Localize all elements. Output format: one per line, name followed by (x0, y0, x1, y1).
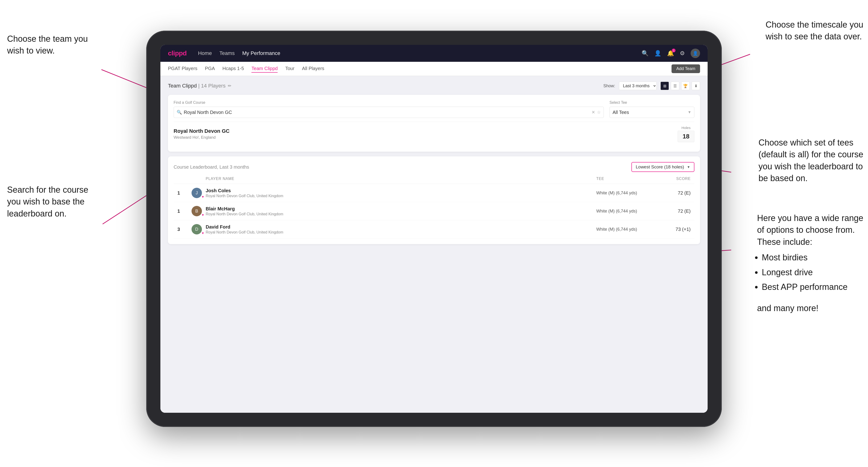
player-club: Royal North Devon Golf Club, United King… (206, 230, 596, 235)
sub-nav-tour[interactable]: Tour (285, 65, 294, 73)
player-name-col: Josh Coles Royal North Devon Golf Club, … (206, 188, 596, 198)
nav-home[interactable]: Home (198, 50, 212, 56)
player-rank: 1 (177, 209, 191, 214)
clear-search-icon[interactable]: ✕ (592, 110, 595, 115)
player-rank: 3 (177, 227, 191, 232)
show-label: Show: (603, 84, 615, 88)
heart-icon: ♥ (202, 213, 204, 217)
bell-icon[interactable]: 🔔1 (667, 50, 674, 57)
leaderboard-panel: Course Leaderboard, Last 3 months Lowest… (168, 156, 700, 244)
find-label: Find a Golf Course (174, 100, 604, 105)
trophy-icon[interactable]: 🏆 (681, 82, 690, 90)
table-row: 1 J ♥ Josh Coles Royal North Devon Golf … (174, 184, 694, 202)
score-type-select[interactable]: Lowest Score (18 holes) ▼ (631, 162, 694, 172)
star-icon[interactable]: ☆ (597, 110, 601, 115)
search-panel: Find a Golf Course 🔍 Royal North Devon G… (168, 95, 700, 152)
player-club: Royal North Devon Golf Club, United King… (206, 212, 596, 216)
course-holes: Holes 18 (678, 126, 694, 142)
player-rank: 1 (177, 190, 191, 196)
avatar-wrap: J ♥ (191, 188, 206, 198)
team-header-right: Show: Last monthLast 3 monthsLast 6 mont… (603, 82, 700, 90)
annotation-top-left: Choose the team you wish to view. (7, 33, 88, 57)
player-tee: White (M) (6,744 yds) (596, 191, 662, 195)
player-tee: White (M) (6,744 yds) (596, 209, 662, 214)
show-select[interactable]: Last monthLast 3 monthsLast 6 monthsLast… (619, 82, 657, 90)
player-name-col: David Ford Royal North Devon Golf Club, … (206, 224, 596, 235)
tee-select[interactable]: All Tees ▼ (610, 106, 694, 118)
nav-links: Home Teams My Performance (198, 50, 642, 56)
course-search-value: Royal North Devon GC (184, 110, 592, 115)
player-name: Blair McHarg (206, 206, 596, 212)
tee-select-arrow-icon: ▼ (687, 110, 691, 115)
player-avatar: D (191, 224, 202, 235)
tee-select-value: All Tees (613, 110, 687, 115)
bullet-drive: Longest drive (762, 267, 863, 278)
player-avatar: B (191, 206, 202, 216)
and-more-text: and many more! (757, 302, 863, 314)
bullet-app: Best APP performance (762, 281, 863, 293)
avatar[interactable]: 👤 (691, 49, 700, 58)
main-content: Team Clippd | 14 Players ✏ Show: Last mo… (160, 76, 708, 413)
search-icon[interactable]: 🔍 (642, 50, 649, 57)
bullet-birdies: Most birdies (762, 252, 863, 263)
score-type-arrow-icon: ▼ (687, 165, 690, 169)
grid-view-icon[interactable]: ⊞ (660, 82, 669, 90)
player-score: 73 (+1) (662, 227, 691, 232)
sub-nav-pgat[interactable]: PGAT Players (168, 65, 197, 73)
course-search-input-wrap[interactable]: 🔍 Royal North Devon GC ✕ ☆ (174, 106, 604, 118)
player-name-col: Blair McHarg Royal North Devon Golf Club… (206, 206, 596, 216)
col-player-name-header: PLAYER NAME (206, 177, 596, 181)
player-tee: White (M) (6,744 yds) (596, 227, 662, 232)
sub-nav-hcaps[interactable]: Hcaps 1-5 (222, 65, 244, 73)
options-bullet-list: Most birdies Longest drive Best APP perf… (762, 252, 863, 293)
avatar-wrap: D ♥ (191, 224, 206, 235)
player-name: Josh Coles (206, 188, 596, 193)
sub-nav-all-players[interactable]: All Players (302, 65, 324, 73)
heart-icon: ♥ (202, 195, 204, 198)
users-icon[interactable]: 👤 (654, 50, 661, 57)
list-view-icon[interactable]: ☰ (671, 82, 679, 90)
course-result: Royal North Devon GC Westward Ho!, Engla… (174, 122, 694, 146)
holes-label: Holes (678, 126, 694, 130)
tee-label: Select Tee (610, 100, 694, 105)
search-row: Find a Golf Course 🔍 Royal North Devon G… (174, 100, 694, 118)
course-info: Royal North Devon GC Westward Ho!, Engla… (174, 128, 678, 140)
leaderboard-table: PLAYER NAME TEE SCORE 1 J ♥ Josh Coles (174, 177, 694, 239)
team-header: Team Clippd | 14 Players ✏ Show: Last mo… (168, 82, 700, 90)
col-avatar-spacer (191, 177, 206, 181)
nav-my-performance[interactable]: My Performance (242, 50, 280, 56)
edit-icon[interactable]: ✏ (228, 83, 231, 88)
download-icon[interactable]: ⬇ (691, 82, 700, 90)
heart-icon: ♥ (202, 231, 204, 235)
sub-nav-team-clippd[interactable]: Team Clippd (251, 65, 278, 73)
col-score-header: SCORE (662, 177, 691, 181)
course-name: Royal North Devon GC (174, 128, 678, 134)
search-input-icon: 🔍 (177, 110, 182, 115)
settings-icon[interactable]: ⚙ (680, 50, 685, 57)
annotation-bottom-left: Search for the course you wish to base t… (7, 184, 88, 220)
player-score: 72 (E) (662, 190, 691, 196)
player-count: | 14 Players (198, 83, 225, 89)
select-tee-col: Select Tee All Tees ▼ (610, 100, 694, 118)
nav-icons: 🔍 👤 🔔1 ⚙ 👤 (642, 49, 700, 58)
table-header: PLAYER NAME TEE SCORE (174, 177, 694, 184)
nav-bar: clippd Home Teams My Performance 🔍 👤 🔔1 … (160, 45, 708, 62)
find-course-col: Find a Golf Course 🔍 Royal North Devon G… (174, 100, 604, 118)
leaderboard-header: Course Leaderboard, Last 3 months Lowest… (174, 162, 694, 172)
annotation-mid-right: Choose which set of tees (default is all… (758, 137, 863, 184)
team-title: Team Clippd | 14 Players (168, 83, 225, 89)
leaderboard-title: Course Leaderboard, Last 3 months (174, 164, 249, 170)
annotation-bottom-right: Here you have a wide range of options to… (757, 212, 863, 314)
holes-value: 18 (678, 131, 694, 142)
annotation-top-right: Choose the timescale you wish to see the… (766, 19, 863, 43)
sub-nav-pga[interactable]: PGA (205, 65, 215, 73)
player-avatar: J (191, 188, 202, 198)
score-type-text: Lowest Score (18 holes) (636, 164, 684, 169)
col-rank (177, 177, 191, 181)
table-row: 3 D ♥ David Ford Royal North Devon Golf … (174, 220, 694, 239)
avatar-wrap: B ♥ (191, 206, 206, 216)
view-icons: ⊞ ☰ 🏆 ⬇ (660, 82, 700, 90)
nav-teams[interactable]: Teams (219, 50, 235, 56)
add-team-button[interactable]: Add Team (672, 64, 700, 73)
player-club: Royal North Devon Golf Club, United King… (206, 194, 596, 198)
